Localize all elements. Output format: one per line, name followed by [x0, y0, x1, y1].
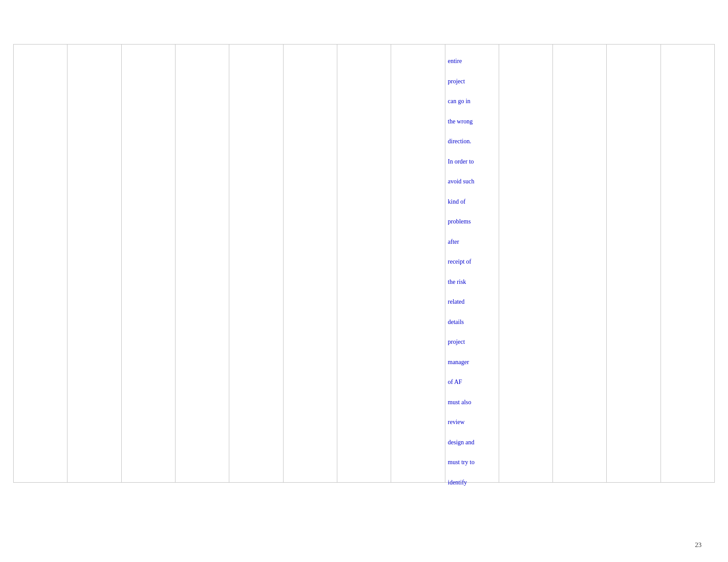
grid-area: entire project can go in the wrong direc…	[13, 44, 715, 483]
text-line-14: project	[448, 337, 496, 347]
grid-col-1	[67, 45, 121, 482]
text-line-11: the risk	[448, 277, 496, 287]
grid-col-11	[607, 45, 661, 482]
text-line-7: kind of	[448, 197, 496, 207]
text-line-16: of AF	[448, 377, 496, 387]
grid-col-10	[553, 45, 607, 482]
page: entire project can go in the wrong direc…	[0, 0, 728, 562]
grid-col-9	[499, 45, 553, 482]
text-content-block: entire project can go in the wrong direc…	[445, 45, 499, 499]
grid-col-5	[284, 45, 337, 482]
text-line-8: problems	[448, 216, 496, 227]
text-line-3: the wrong	[448, 116, 496, 127]
grid-col-12	[661, 45, 714, 482]
text-line-19: design and	[448, 437, 496, 447]
text-line-18: review	[448, 417, 496, 427]
text-line-13: details	[448, 317, 496, 327]
text-line-20: must try to	[448, 457, 496, 467]
text-line-1: project	[448, 76, 496, 86]
text-line-0: entire	[448, 56, 496, 66]
text-line-12: related	[448, 297, 496, 307]
text-line-9: after	[448, 237, 496, 247]
grid-col-6	[337, 45, 391, 482]
text-line-5: In order to	[448, 156, 496, 167]
text-line-4: direction.	[448, 136, 496, 146]
text-line-15: manager	[448, 357, 496, 367]
grid-col-2	[122, 45, 175, 482]
page-number: 23	[695, 541, 702, 549]
grid-col-4	[229, 45, 283, 482]
text-line-21: identify	[448, 477, 496, 488]
text-line-17: must also	[448, 397, 496, 407]
grid-col-text: entire project can go in the wrong direc…	[445, 45, 499, 482]
grid-col-3	[175, 45, 229, 482]
text-line-6: avoid such	[448, 176, 496, 186]
text-line-10: receipt of	[448, 257, 496, 267]
text-line-2: can go in	[448, 96, 496, 106]
grid-col-0	[14, 45, 67, 482]
grid-col-7	[391, 45, 445, 482]
